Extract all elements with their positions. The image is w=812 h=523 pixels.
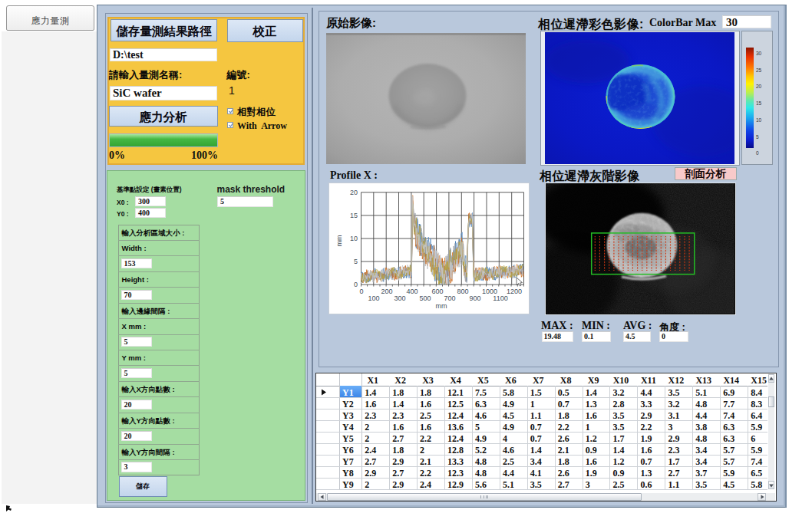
svg-text:15: 15 bbox=[349, 212, 357, 219]
svg-text:300: 300 bbox=[394, 294, 405, 302]
svg-text:5: 5 bbox=[353, 258, 357, 265]
svg-text:700: 700 bbox=[444, 294, 455, 302]
svg-text:20: 20 bbox=[349, 189, 357, 196]
svg-text:0: 0 bbox=[353, 281, 357, 288]
svg-text:200: 200 bbox=[381, 288, 392, 295]
svg-text:800: 800 bbox=[457, 288, 468, 295]
svg-text:100: 100 bbox=[368, 294, 379, 302]
svg-text:0: 0 bbox=[359, 288, 363, 295]
svg-text:1100: 1100 bbox=[493, 294, 507, 302]
svg-text:10: 10 bbox=[349, 235, 357, 242]
svg-text:mm: mm bbox=[335, 235, 343, 246]
svg-text:1200: 1200 bbox=[506, 288, 521, 295]
svg-text:400: 400 bbox=[406, 288, 418, 295]
svg-text:500: 500 bbox=[419, 294, 431, 302]
svg-text:600: 600 bbox=[431, 288, 443, 295]
svg-text:mm: mm bbox=[435, 302, 447, 310]
svg-text:900: 900 bbox=[469, 294, 480, 302]
